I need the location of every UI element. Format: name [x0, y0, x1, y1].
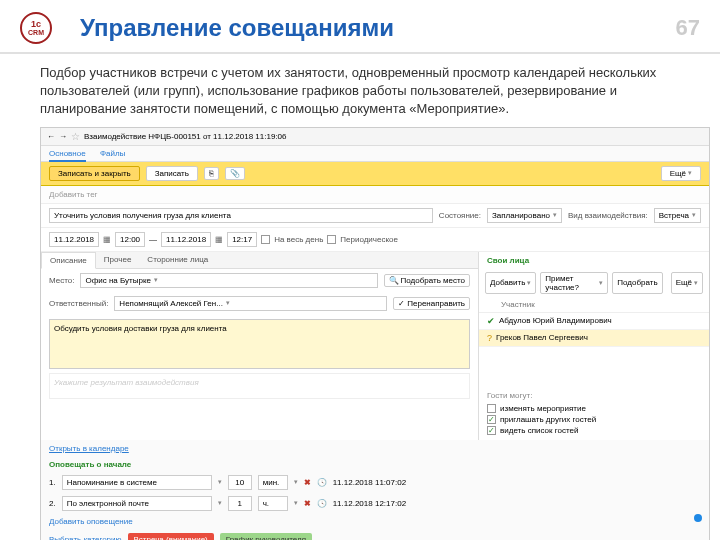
date-to-input[interactable]: 11.12.2018 [161, 232, 211, 247]
description-textarea[interactable]: Обсудить условия доставки груза для клие… [49, 319, 470, 369]
save-close-button[interactable]: Записать и закрыть [49, 166, 140, 181]
redirect-button[interactable]: ✓ Перенаправить [393, 297, 470, 310]
participant-name: Абдулов Юрий Владимирович [499, 316, 612, 325]
tab-other[interactable]: Прочее [96, 252, 140, 268]
notify-num: 2. [49, 499, 56, 508]
category-row: Выбрать категорию Встреча (внимание) Гра… [41, 529, 709, 540]
save-button[interactable]: Записать [146, 166, 198, 181]
notify-method-input[interactable]: Напоминание в системе [62, 475, 212, 490]
participants-toolbar: Добавить ▾ Примет участие? ▾ Подобрать Е… [479, 269, 709, 297]
app-window: ← → ☆ Взаимодействие НФЦБ-000151 от 11.1… [40, 127, 710, 540]
notify-value-input[interactable]: 1 [228, 496, 252, 511]
question-icon: ? [487, 333, 492, 343]
time-to-input[interactable]: 12:17 [227, 232, 257, 247]
guest-opt-label: изменять мероприятие [500, 404, 586, 413]
back-arrow-icon[interactable]: ← [47, 132, 55, 141]
star-icon[interactable]: ☆ [71, 131, 80, 142]
participant-row[interactable]: ✔ Абдулов Юрий Владимирович [479, 313, 709, 330]
category-tag[interactable]: Встреча (внимание) [128, 533, 214, 540]
tag-input[interactable]: Добавить тег [41, 186, 709, 204]
window-titlebar: ← → ☆ Взаимодействие НФЦБ-000151 от 11.1… [41, 128, 709, 146]
category-tag[interactable]: График руководителя [220, 533, 312, 540]
calendar-icon[interactable]: ▦ [103, 235, 111, 244]
guests-title: Гости могут: [487, 391, 701, 400]
type-select[interactable]: Встреча▾ [654, 208, 701, 223]
guest-opt-label: видеть список гостей [500, 426, 578, 435]
calendar-icon[interactable]: ▦ [215, 235, 223, 244]
tab-description[interactable]: Описание [41, 252, 96, 269]
right-panel: Свои лица Добавить ▾ Примет участие? ▾ П… [479, 252, 709, 440]
periodic-checkbox[interactable] [327, 235, 336, 244]
subject-input[interactable]: Уточнить условия получения груза для кли… [49, 208, 433, 223]
subject-row: Уточнить условия получения груза для кли… [41, 204, 709, 228]
status-select[interactable]: Запланировано▾ [487, 208, 562, 223]
allday-label: На весь день [274, 235, 323, 244]
remove-notify-icon[interactable]: ✖ [304, 478, 311, 487]
guest-opt-label: приглашать других гостей [500, 415, 596, 424]
time-from-input[interactable]: 12:00 [115, 232, 145, 247]
notify-unit-select[interactable]: ч. [258, 496, 288, 511]
result-textarea[interactable]: Укажите результат взаимодействия [49, 373, 470, 399]
tab-external[interactable]: Сторонние лица [139, 252, 216, 268]
forward-arrow-icon[interactable]: → [59, 132, 67, 141]
notify-value-input[interactable]: 10 [228, 475, 252, 490]
choose-category-link[interactable]: Выбрать категорию [49, 535, 122, 540]
participant-col-header: Участник [479, 297, 709, 313]
responsible-select[interactable]: Непомнящий Алексей Ген...▾ [114, 296, 387, 311]
accept-button[interactable]: Примет участие? ▾ [540, 272, 608, 294]
check-icon: ✔ [487, 316, 495, 326]
guest-opt-checkbox[interactable] [487, 426, 496, 435]
participant-name: Греков Павел Сергеевич [496, 333, 588, 342]
date-from-input[interactable]: 11.12.2018 [49, 232, 99, 247]
participants-title: Свои лица [479, 252, 709, 269]
type-label: Вид взаимодействия: [568, 211, 648, 220]
place-select[interactable]: Офис на Бутырке▾ [80, 273, 377, 288]
clock-icon: 🕓 [317, 499, 327, 508]
toolbar: Записать и закрыть Записать ⎘ 📎 Ещё ▾ [41, 162, 709, 186]
guest-opt-checkbox[interactable] [487, 415, 496, 424]
slide-header: 1c CRM Управление совещаниями 67 [0, 0, 720, 54]
pick-place-button[interactable]: 🔍 Подобрать место [384, 274, 470, 287]
more-participants-button[interactable]: Ещё ▾ [671, 272, 703, 294]
notify-method-input[interactable]: По электронной почте [62, 496, 212, 511]
tab-files[interactable]: Файлы [100, 149, 125, 158]
slide-title: Управление совещаниями [80, 14, 394, 42]
dash: — [149, 235, 157, 244]
responsible-label: Ответственный: [49, 299, 108, 308]
inner-tabs: Описание Прочее Сторонние лица [41, 252, 478, 269]
periodic-label: Периодическое [340, 235, 398, 244]
clock-icon: 🕓 [317, 478, 327, 487]
window-title: Взаимодействие НФЦБ-000151 от 11.12.2018… [84, 132, 287, 141]
notify-num: 1. [49, 478, 56, 487]
tab-main[interactable]: Основное [49, 149, 86, 162]
more-button[interactable]: Ещё ▾ [661, 166, 701, 181]
remove-notify-icon[interactable]: ✖ [304, 499, 311, 508]
crm-logo: 1c CRM [20, 12, 52, 44]
main-tabs: Основное Файлы [41, 146, 709, 162]
add-participant-button[interactable]: Добавить ▾ [485, 272, 536, 294]
open-calendar-link[interactable]: Открыть в календаре [41, 440, 709, 457]
notify-timestamp: 11.12.2018 11:07:02 [333, 478, 406, 487]
chevron-down-icon: ▾ [688, 169, 692, 177]
slide-description: Подбор участников встречи с учетом их за… [0, 54, 720, 127]
notify-row: 1. Напоминание в системе ▾ 10 мин.▾ ✖ 🕓 … [41, 472, 709, 493]
action-icon-button[interactable]: ⎘ [204, 167, 219, 180]
add-notify-link[interactable]: Добавить оповещение [41, 514, 709, 529]
slide-number: 67 [676, 15, 700, 41]
notify-timestamp: 11.12.2018 12:17:02 [333, 499, 406, 508]
left-panel: Описание Прочее Сторонние лица Место: Оф… [41, 252, 479, 440]
date-row: 11.12.2018 ▦ 12:00 — 11.12.2018 ▦ 12:17 … [41, 228, 709, 252]
pick-participant-button[interactable]: Подобрать [612, 272, 662, 294]
allday-checkbox[interactable] [261, 235, 270, 244]
notify-title: Оповещать о начале [41, 457, 709, 472]
guests-section: Гости могут: изменять мероприятие пригла… [479, 387, 709, 440]
notify-unit-select[interactable]: мин. [258, 475, 288, 490]
status-label: Состояние: [439, 211, 481, 220]
participant-row[interactable]: ? Греков Павел Сергеевич [479, 330, 709, 347]
decorative-dot [694, 514, 702, 522]
notify-row: 2. По электронной почте ▾ 1 ч.▾ ✖ 🕓 11.1… [41, 493, 709, 514]
place-label: Место: [49, 276, 74, 285]
attach-icon-button[interactable]: 📎 [225, 167, 245, 180]
guest-opt-checkbox[interactable] [487, 404, 496, 413]
